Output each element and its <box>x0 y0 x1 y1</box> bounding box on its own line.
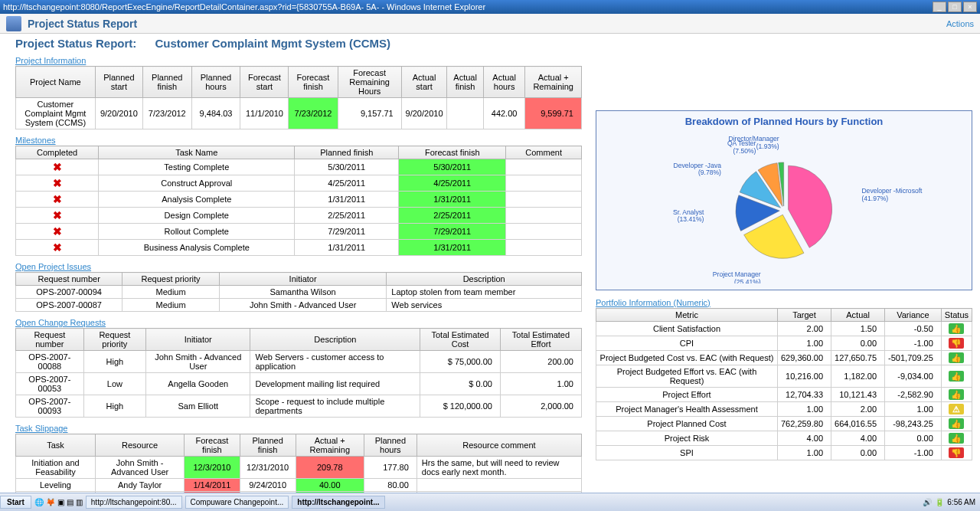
project-info-table: Project NamePlanned startPlanned finishP… <box>15 66 582 129</box>
changes-table: Request numberRequest priorityInitiatorD… <box>15 328 582 418</box>
status-icon: 👍 <box>949 352 964 363</box>
table-row: OPS-2007-00093HighSam ElliottScope - req… <box>16 395 582 418</box>
project-info-row: Customer Complaint Mgmt System (CCMS) 9/… <box>16 98 582 129</box>
table-row: OPS-2007-00094MediumSamantha WilsonLapto… <box>16 286 582 299</box>
status-icon: 👎 <box>949 338 964 349</box>
table-row: ✖Testing Complete5/30/20115/30/2011 <box>16 159 582 175</box>
status-icon: 👎 <box>949 447 964 458</box>
maximize-button[interactable]: □ <box>948 2 962 12</box>
tray-app-icon[interactable]: ▣ <box>57 498 64 506</box>
taskbar-item[interactable]: Compuware Changepoint... <box>185 496 289 509</box>
status-icon: 👍 <box>949 323 964 334</box>
report-title-label: Project Status Report: <box>15 37 136 50</box>
table-row: OPS-2007-00087MediumJohn Smith - Advance… <box>16 299 582 312</box>
x-icon: ✖ <box>53 225 62 237</box>
x-icon: ✖ <box>53 209 62 221</box>
table-row: ✖Business Analysis Complete1/31/20111/31… <box>16 240 582 256</box>
pie-label: Sr. Analyst(13.41%) <box>673 208 704 224</box>
table-row: OPS-2007-00088HighJohn Smith - Advanced … <box>16 351 582 373</box>
table-row: Initiation and FeasabilityJohn Smith - A… <box>16 457 582 479</box>
section-issues: Open Project Issues <box>15 262 582 271</box>
table-row: Project Risk4.004.000.00👍 <box>596 431 972 446</box>
status-icon: 👍 <box>949 389 964 400</box>
tray-icon[interactable]: 🔊 <box>923 498 932 506</box>
taskbar: Start 🌐 🦊 ▣ ▤ ▥ http://ltschangepoint:80… <box>0 493 980 511</box>
taskbar-item[interactable]: http://ltschangepoint:80... <box>86 496 182 509</box>
section-changes: Open Change Requests <box>15 318 582 327</box>
section-project-info: Project Information <box>15 56 582 65</box>
project-name: Customer Complaint Mgmt System (CCMS) <box>155 37 391 50</box>
window-titlebar: http://ltschangepoint:8080/ReportExecEng… <box>0 0 980 14</box>
close-button[interactable]: × <box>963 2 977 12</box>
table-row: ✖Design Complete2/25/20112/25/2011 <box>16 208 582 224</box>
tray-icon2[interactable]: 🔋 <box>935 498 944 506</box>
table-row: Project Manager's Health Assessment1.002… <box>596 402 972 417</box>
start-button[interactable]: Start <box>0 496 31 509</box>
page-title: Project Status Report: Customer Complain… <box>15 37 582 50</box>
table-row: Project Budgeted Cost vs. EAC (with Requ… <box>596 351 972 365</box>
report-content: Project Status Report: Customer Complain… <box>0 34 980 496</box>
issues-table: Request numberRequest priorityInitiatorD… <box>15 272 582 312</box>
table-row: Client Satisfaction2.001.50-0.50👍 <box>596 322 972 336</box>
table-row: Project Budgeted Effort vs. EAC (with Re… <box>596 365 972 388</box>
window-title: http://ltschangepoint:8080/ReportExecEng… <box>3 2 485 11</box>
x-icon: ✖ <box>53 161 62 173</box>
section-milestones: Milestones <box>15 136 582 145</box>
actions-link[interactable]: Actions <box>946 19 974 28</box>
pie-label: Project Manager(25.41%) <box>713 270 761 283</box>
x-icon: ✖ <box>53 241 62 254</box>
chart-title: Breakdown of Planned Hours by Function <box>601 116 967 127</box>
status-icon: 👍 <box>949 418 964 429</box>
portfolio-table: MetricTargetActualVarianceStatus Client … <box>596 308 972 460</box>
table-row: Project Effort12,704.3310,121.43-2,582.9… <box>596 388 972 402</box>
table-row: OPS-2007-00053LowAngella GoodenDevelopme… <box>16 373 582 395</box>
table-row: ✖Analysis Complete1/31/20111/31/2011 <box>16 192 582 208</box>
table-row: SPI1.000.00-1.00👎 <box>596 446 972 460</box>
app-header: Project Status Report Actions <box>0 14 980 34</box>
header-title: Project Status Report <box>28 18 137 30</box>
pie-chart: Developer -Microsoft(41.97%)Project Mana… <box>601 130 967 283</box>
tray-ff-icon[interactable]: 🦊 <box>46 498 55 506</box>
tray-ie-icon[interactable]: 🌐 <box>34 498 44 506</box>
pie-label: Developer -Microsoft(41.97%) <box>861 187 923 202</box>
table-row: CPI1.000.00-1.00👎 <box>596 336 972 351</box>
clock: 6:56 AM <box>947 498 975 506</box>
section-slippage: Task Slippage <box>15 424 582 433</box>
x-icon: ✖ <box>53 193 62 205</box>
app-icon <box>6 16 21 31</box>
tray-app2-icon[interactable]: ▤ <box>67 498 74 506</box>
taskbar-item[interactable]: http://ltschangepoint... <box>292 496 384 509</box>
chart-panel: Breakdown of Planned Hours by Function D… <box>596 110 972 290</box>
status-icon: 👍 <box>949 433 964 444</box>
pie-slice <box>789 165 832 247</box>
section-portfolio: Portfolio Information (Numeric) <box>596 298 972 307</box>
x-icon: ✖ <box>53 177 62 189</box>
minimize-button[interactable]: _ <box>933 2 946 12</box>
pie-label: Developer -Java(9.78%) <box>674 162 722 177</box>
table-row: ✖Construct Approval4/25/20114/25/2011 <box>16 175 582 192</box>
tray-app3-icon[interactable]: ▥ <box>76 498 83 506</box>
milestones-table: CompletedTask NamePlanned finishForecast… <box>15 146 582 256</box>
table-row: ✖Rollout Complete7/29/20117/29/2011 <box>16 224 582 240</box>
status-icon: 👍 <box>949 371 964 382</box>
table-row: LevelingAndy Taylor1/14/20119/24/201040.… <box>16 479 582 492</box>
slippage-table: TaskResourceForecast finishPlanned finis… <box>15 434 582 496</box>
status-icon: ⚠ <box>949 404 964 414</box>
table-row: Project Planned Cost762,259.80664,016.55… <box>596 417 972 431</box>
